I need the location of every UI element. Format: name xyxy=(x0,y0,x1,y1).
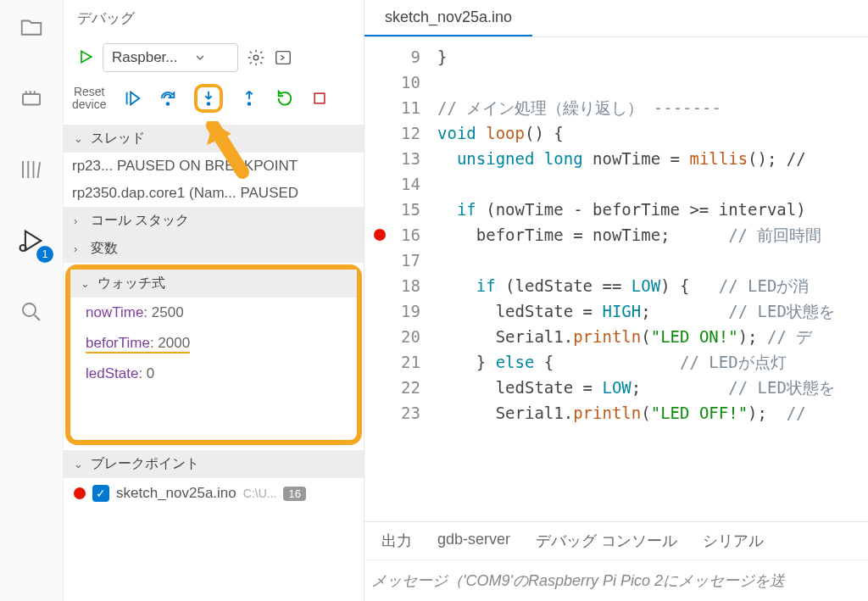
library-icon[interactable] xyxy=(13,151,50,188)
tab-bar: sketch_nov25a.ino xyxy=(364,0,868,37)
target-label: Raspber... xyxy=(112,49,178,66)
watch-section-header[interactable]: ⌄ ウォッチ式 xyxy=(70,270,357,298)
debug-icon[interactable]: 1 xyxy=(13,222,50,259)
search-icon[interactable] xyxy=(13,293,50,331)
editor-tab[interactable]: sketch_nov25a.ino xyxy=(364,0,532,36)
breakpoint-item[interactable]: ✓ sketch_nov25a.ino C:\U... 16 xyxy=(64,478,364,509)
chevron-down-icon: ⌄ xyxy=(81,277,92,290)
svg-rect-0 xyxy=(23,94,40,105)
svg-point-5 xyxy=(167,103,170,105)
variables-section-header[interactable]: › 変数 xyxy=(64,235,364,263)
chevron-down-icon xyxy=(193,51,207,64)
debug-panel: デバッグ Raspber... Reset device xyxy=(64,0,364,601)
code-editor[interactable]: 9} 10 11// メイン処理（繰り返し） ------- 12void lo… xyxy=(364,37,868,521)
restart-button[interactable] xyxy=(275,89,294,108)
svg-point-6 xyxy=(208,103,210,105)
stop-button[interactable] xyxy=(311,90,328,107)
step-out-button[interactable] xyxy=(240,89,259,108)
watch-item[interactable]: beforTime: 2000 xyxy=(70,328,357,359)
settings-button[interactable] xyxy=(247,48,265,67)
editor-area: sketch_nov25a.ino 9} 10 11// メイン処理（繰り返し）… xyxy=(364,0,868,601)
breakpoints-section-header[interactable]: ⌄ ブレークポイント xyxy=(64,450,364,478)
watch-item[interactable]: nowTime: 2500 xyxy=(70,298,357,328)
svg-point-7 xyxy=(248,103,251,105)
chevron-down-icon: ⌄ xyxy=(74,458,86,470)
activity-bar: 1 xyxy=(0,0,64,601)
explorer-icon[interactable] xyxy=(13,8,50,46)
debug-badge: 1 xyxy=(36,246,53,263)
chevron-right-icon: › xyxy=(74,214,86,227)
reset-device-label: Reset device xyxy=(72,86,106,112)
tab-gdb[interactable]: gdb-server xyxy=(437,531,510,551)
bottom-panel-tabs: 出力 gdb-server デバッグ コンソール シリアル xyxy=(364,521,868,559)
target-dropdown[interactable]: Raspber... xyxy=(103,43,238,72)
tab-serial[interactable]: シリアル xyxy=(703,531,764,551)
watch-item[interactable]: ledState: 0 xyxy=(70,359,357,389)
debug-controls: Reset device xyxy=(64,79,364,125)
boards-icon[interactable] xyxy=(13,80,50,117)
threads-section-header[interactable]: ⌄ スレッド xyxy=(64,125,364,153)
breakpoint-checkbox[interactable]: ✓ xyxy=(92,485,109,502)
svg-rect-8 xyxy=(315,93,326,103)
step-into-button[interactable] xyxy=(199,89,218,108)
svg-point-3 xyxy=(253,55,259,60)
panel-title: デバッグ xyxy=(64,0,364,36)
breakpoint-gutter-icon[interactable] xyxy=(374,229,386,241)
chevron-right-icon: › xyxy=(74,242,86,255)
breakpoint-dot-icon xyxy=(74,487,86,499)
tab-debug-console[interactable]: デバッグ コンソール xyxy=(536,531,677,551)
debug-toolbar: Raspber... xyxy=(64,36,364,79)
svg-point-1 xyxy=(20,245,26,251)
step-into-highlight xyxy=(194,84,223,113)
thread-item[interactable]: rp23... PAUSED ON BREAKPOINT xyxy=(64,153,364,180)
watch-highlight-box: ⌄ ウォッチ式 nowTime: 2500 beforTime: 2000 le… xyxy=(65,264,362,445)
tab-output[interactable]: 出力 xyxy=(381,531,412,551)
svg-point-2 xyxy=(23,303,36,316)
continue-button[interactable] xyxy=(123,89,142,108)
console-button[interactable] xyxy=(274,48,292,67)
thread-item[interactable]: rp2350.dap.core1 (Nam... PAUSED xyxy=(64,180,364,207)
serial-message-input[interactable]: メッセージ（'COM9'のRaspberry Pi Pico 2にメッセージを送 xyxy=(364,559,868,601)
chevron-down-icon: ⌄ xyxy=(74,132,86,145)
line-badge: 16 xyxy=(283,487,305,501)
start-debug-button[interactable] xyxy=(77,48,94,68)
step-over-button[interactable] xyxy=(159,89,177,108)
callstack-section-header[interactable]: › コール スタック xyxy=(64,207,364,235)
